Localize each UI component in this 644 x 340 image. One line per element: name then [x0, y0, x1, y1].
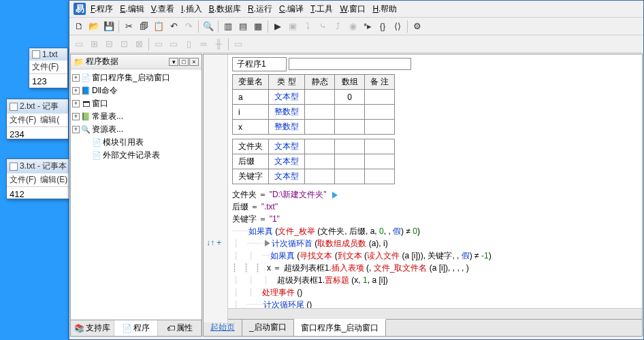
left-tabs: 📚支持库 📄程序 🏷属性 — [71, 320, 202, 336]
horizontal-scrollbar[interactable]: ◂ ▸ — [204, 308, 642, 319]
code-line: ┊ ┈┈▶计次循环首 (取数组成员数 (a), i) — [232, 237, 638, 250]
stepover-icon[interactable]: ⤵ — [301, 20, 315, 33]
menu-view[interactable]: V.查看 — [149, 3, 176, 15]
menu-database[interactable]: B.数据库 — [207, 3, 243, 15]
bg-notepad-1: 1.txt 文件(F) 123 — [29, 48, 68, 88]
code-area[interactable]: 子程序1 变量名类 型静态数组备 注 a文本型0 i整数型 x整数型 文件夹文本… — [228, 54, 642, 308]
layout1-icon[interactable]: ▥ — [221, 20, 235, 33]
code-line: ┊ ┊ ┊ 超级列表框1.置标题 (x, 1, a [i]) — [232, 274, 638, 286]
variables-table-2[interactable]: 文件夹文本型 后缀文本型 关键字文本型 — [232, 139, 395, 184]
code-line: ┊ ┊ ┊ x ＝ 超级列表框1.插入表项 (, 文件_取文件名 (a [i])… — [232, 262, 638, 274]
maximize-icon[interactable]: □ — [179, 58, 189, 66]
menu-compile[interactable]: C.编译 — [277, 3, 306, 15]
tree-node[interactable]: +📗常量表... — [72, 110, 200, 123]
cut-icon[interactable]: ✂ — [122, 20, 135, 33]
search-icon[interactable]: 🔍 — [202, 20, 215, 33]
code-line: 关键字 ＝ "1" — [232, 213, 638, 225]
editor-tabs: 起始页 _启动窗口 窗口程序集_启动窗口 — [204, 319, 642, 336]
code-line: ┊ ┊ ┈如果真 (寻找文本 (到文本 (读入文件 (a [i])), 关键字,… — [232, 250, 638, 262]
toolbar-1: 🗋 📂 💾 ✂ 🗐 📋 ↶ ↷ 🔍 ▥ ▤ ▦ ▶ ▣ ⤵ ⤷ ⤴ ◉ *▸ {… — [69, 18, 643, 35]
tag-icon[interactable]: ⟨⟩ — [391, 20, 404, 33]
gear-icon[interactable]: ⚙ — [410, 20, 424, 33]
copy-icon[interactable]: 🗐 — [137, 20, 150, 33]
braces-icon[interactable]: {} — [376, 20, 389, 33]
tree-node[interactable]: +📄窗口程序集_启动窗口 — [72, 71, 200, 84]
break-icon[interactable]: ◉ — [346, 20, 359, 33]
tree-node[interactable]: +🔍资源表... — [72, 123, 200, 136]
code-line: 后缀 ＝ ".txt" — [232, 201, 638, 213]
folder-icon: 📁 — [74, 57, 84, 67]
pause-icon[interactable]: ▣ — [286, 20, 300, 33]
sub-extra-input[interactable] — [289, 58, 411, 70]
table-row: x整数型 — [233, 120, 395, 135]
redo-icon[interactable]: ↷ — [182, 20, 195, 33]
file-icon — [10, 103, 18, 111]
menu-run[interactable]: R.运行 — [246, 3, 274, 15]
stepin-icon[interactable]: ⤷ — [316, 20, 329, 33]
code-line: ┈┈如果真 (文件_枚举 (文件夹, 后缀, a, 0, , 假) ≠ 0) — [232, 225, 638, 237]
tree-title: 程序数据 — [86, 56, 118, 67]
bg-notepad-2: 2.txt - 记事 文件(F)编辑( 234 — [6, 99, 69, 139]
table-row: 后缀文本型 — [233, 154, 395, 169]
books-icon: 📚 — [74, 324, 84, 333]
code-line: ┊ ┈┈计次循环尾 () — [232, 299, 638, 308]
menu-program[interactable]: F.程序 — [88, 3, 115, 15]
tab-start-window[interactable]: _启动窗口 — [242, 320, 294, 336]
menu-tools[interactable]: T.工具 — [308, 3, 335, 15]
page-icon: 📄 — [122, 324, 132, 333]
gutter: ↓↑ + — [204, 54, 228, 322]
menu-insert[interactable]: I.插入 — [179, 3, 204, 15]
tree-node[interactable]: 📄外部文件记录表 — [72, 149, 200, 162]
layout2-icon[interactable]: ▤ — [236, 20, 250, 33]
align-icon[interactable]: ▭ — [72, 37, 86, 51]
variables-table-1[interactable]: 变量名类 型静态数组备 注 a文本型0 i整数型 x整数型 — [232, 74, 395, 135]
tab-window-set[interactable]: 窗口程序集_启动窗口 — [294, 319, 387, 336]
layout3-icon[interactable]: ▦ — [251, 20, 265, 33]
new-icon[interactable]: 🗋 — [72, 20, 86, 33]
menu-bar: 易 F.程序 E.编辑 V.查看 I.插入 B.数据库 R.运行 C.编译 T.… — [69, 1, 643, 18]
tree-node[interactable]: +🗖窗口 — [72, 97, 200, 110]
toolbar-2: ▭ ⊞ ⊟ ⊡ ⊠ ▭ ▭ ▯ ═ ╫ ▭ — [69, 35, 643, 53]
tree-node[interactable]: +📘Dll命令 — [72, 84, 200, 97]
table-row: a文本型0 — [233, 90, 395, 105]
close-icon[interactable]: × — [189, 58, 199, 66]
next-icon[interactable]: *▸ — [361, 20, 374, 33]
tab-properties[interactable]: 🏷属性 — [158, 320, 202, 336]
file-icon — [32, 50, 40, 58]
table-row: 关键字文本型 — [233, 169, 395, 184]
tab-support-lib[interactable]: 📚支持库 — [71, 320, 114, 336]
table-row: 文件夹文本型 — [233, 139, 395, 154]
tree-node[interactable]: 📄模块引用表 — [72, 136, 200, 149]
undo-icon[interactable]: ↶ — [167, 20, 180, 33]
save-icon[interactable]: 💾 — [102, 20, 116, 33]
left-panel: 📁 程序数据 ▾ □ × +📄窗口程序集_启动窗口 +📘Dll命令 +🗖窗口 +… — [70, 54, 202, 337]
menu-edit[interactable]: E.编辑 — [118, 3, 146, 15]
menu-window[interactable]: W.窗口 — [338, 3, 368, 15]
app-icon: 易 — [74, 3, 86, 15]
table-row: i整数型 — [233, 105, 395, 120]
cursor-icon — [332, 192, 338, 199]
paste-icon[interactable]: 📋 — [152, 20, 165, 33]
tab-program[interactable]: 📄程序 — [114, 320, 158, 336]
run-icon[interactable]: ▶ — [271, 20, 285, 33]
menu-help[interactable]: H.帮助 — [370, 3, 399, 15]
minimize-icon[interactable]: ▾ — [169, 58, 178, 66]
code-line: ┊ ┊ 处理事件 () — [232, 286, 638, 299]
file-icon — [10, 163, 18, 171]
stepout-icon[interactable]: ⤴ — [331, 20, 344, 33]
sub-name-input[interactable]: 子程序1 — [232, 57, 287, 71]
project-tree[interactable]: +📄窗口程序集_启动窗口 +📘Dll命令 +🗖窗口 +📗常量表... +🔍资源表… — [71, 69, 202, 320]
fold-icon[interactable]: ↓↑ + — [206, 238, 221, 248]
tag-icon: 🏷 — [167, 324, 175, 333]
code-panel: ↓↑ + 子程序1 变量名类 型静态数组备 注 a文本型0 i整数型 x整数型 … — [203, 54, 643, 337]
code-line: 文件夹 ＝ "D:\新建文件夹" — [232, 188, 638, 201]
open-icon[interactable]: 📂 — [87, 20, 101, 33]
main-ide-window: 易 F.程序 E.编辑 V.查看 I.插入 B.数据库 R.运行 C.编译 T.… — [69, 0, 644, 340]
